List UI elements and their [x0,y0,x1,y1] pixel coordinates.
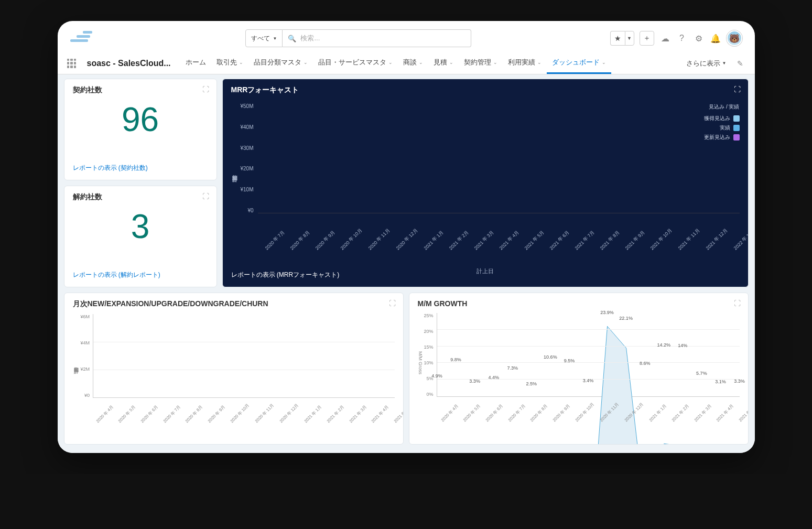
schema-icon[interactable]: ☁ [659,34,671,44]
app-launcher-icon[interactable] [66,58,78,69]
data-point-label: 22.1% [619,316,633,321]
chart-bars [258,103,740,213]
data-point-label: 10.6% [544,354,557,360]
x-axis-ticks: 2020 年 7月2020 年 8月2020 年 9月2020 年 10月202… [231,240,740,254]
expand-icon[interactable]: ⛶ [389,299,396,307]
bell-icon[interactable]: 🔔 [710,34,721,44]
metric-value: 96 [73,100,208,139]
card-mrr-forecast: MRRフォーキャスト ⛶ 見込み / 実績 獲得見込み実績更新見込み 契約金額 … [222,79,749,287]
help-icon[interactable]: ? [676,34,688,43]
card-mm-growth: M/M GROWTH ⛶ M/M Gross 25%20%15%10%5%0% … [409,293,749,445]
data-point-label: 9.8% [450,357,461,362]
data-point-label: 3.3% [734,379,745,384]
app-name[interactable]: soasc - SalesCloud... [87,59,171,68]
metric-value: 3 [73,207,208,246]
mrr-chart: 契約金額 合計 ¥50M¥40M¥30M¥20M¥10M¥0 [231,103,740,240]
data-point-label: 5.7% [696,371,707,376]
nav-item[interactable]: ホーム [180,52,211,74]
search-icon: 🔍 [288,35,296,42]
data-point-label: 4.9% [431,373,442,379]
chart-legend: 見込み / 実績 獲得見込み実績更新見込み [704,102,740,142]
search-scope-dropdown[interactable]: すべて▼ [245,29,283,47]
app-logo-icon [70,31,93,46]
y-axis-ticks: 25%20%15%10%5%0% [424,313,437,397]
chart-plot: 4.9%9.8%3.3%4.4%7.3%2.5%10.6%9.5%3.4%23.… [437,313,740,397]
favorite-dropdown-icon[interactable]: ▼ [625,31,634,46]
data-point-label: 3.4% [583,378,594,383]
search-input[interactable]: 🔍 検索... [283,29,471,47]
avatar[interactable]: 🐻 [727,30,742,46]
nav-item[interactable]: 契約管理⌄ [459,52,503,74]
dashboard: 契約社数 ⛶ 96 レポートの表示 (契約社数) MRRフォーキャスト ⛶ 見込… [58,74,755,453]
plus-icon[interactable]: ＋ [640,31,654,46]
edit-icon[interactable]: ✎ [734,59,746,68]
nav-item[interactable]: 品目分類マスタ⌄ [248,52,313,74]
nav-item[interactable]: 見積⌄ [428,52,459,74]
y-axis-label: 契約金額 合計 [231,171,241,172]
data-point-label: 2.5% [526,381,537,386]
expand-icon[interactable]: ⛶ [202,85,209,93]
data-point-label: 14% [678,343,687,348]
x-axis-ticks: 2020 年 4月2020 年 5月2020 年 6月2020 年 7月2020… [73,414,395,426]
nav-item[interactable]: 品目・サービスマスタ⌄ [313,52,398,74]
data-point-label: 3.3% [469,379,480,384]
growth-chart: M/M Gross 25%20%15%10%5%0% 4.9%9.8%3.3%4… [418,313,740,413]
nav-item[interactable]: ダッシュボード⌄ [547,52,611,74]
data-point-label: 14.2% [657,342,670,348]
navbar: soasc - SalesCloud... ホーム取引先⌄品目分類マスタ⌄品目・… [58,52,755,74]
chart-bars [93,314,394,398]
topbar: すべて▼ 🔍 検索... ★ ▼ ＋ ☁ ? ⚙ 🔔 🐻 [58,21,755,52]
y-axis-ticks: ¥50M¥40M¥30M¥20M¥10M¥0 [241,103,258,213]
report-link[interactable]: レポートの表示 (MRRフォーキャスト) [231,271,340,279]
card-title: M/M GROWTH [418,299,740,308]
card-contracts: 契約社数 ⛶ 96 レポートの表示 (契約社数) [64,79,217,180]
expand-icon[interactable]: ⛶ [202,192,209,200]
monthly-chart: 契約金額 合計 ¥6M¥4M¥2M¥0 [73,314,395,414]
nav-item[interactable]: 利用実績⌄ [503,52,547,74]
card-title: 契約社数 [73,85,208,95]
nav-more[interactable]: さらに表示▼ [682,59,731,68]
y-axis-label: M/M Gross [418,351,424,374]
card-title: MRRフォーキャスト [231,85,740,95]
data-point-label: 9.5% [564,358,575,363]
gear-icon[interactable]: ⚙ [693,34,705,44]
card-title: 解約社数 [73,192,208,202]
data-point-label: 4.4% [488,375,499,380]
data-point-label: 8.6% [640,361,651,366]
card-cancellations: 解約社数 ⛶ 3 レポートの表示 (解約レポート) [64,186,217,287]
data-point-label: 7.3% [507,365,518,371]
report-link[interactable]: レポートの表示 (解約レポート) [73,271,160,279]
favorite-icon[interactable]: ★ [610,31,625,46]
nav-item[interactable]: 商談⌄ [398,52,428,74]
top-action-icons: ★ ▼ ＋ ☁ ? ⚙ 🔔 🐻 [610,30,742,46]
card-monthly-changes: 月次NEW/EXPANSION/UPGRADE/DOWNGRADE/CHURN … [64,293,404,445]
report-link[interactable]: レポートの表示 (契約社数) [73,164,148,172]
app-window: すべて▼ 🔍 検索... ★ ▼ ＋ ☁ ? ⚙ 🔔 🐻 soasc - Sal… [58,21,755,453]
y-axis-label: 契約金額 合計 [73,363,81,365]
nav-item[interactable]: 取引先⌄ [211,52,248,74]
data-point-label: 23.9% [600,310,614,315]
global-search: すべて▼ 🔍 検索... [245,29,472,47]
data-point-label: 3.1% [715,379,726,384]
y-axis-ticks: ¥6M¥4M¥2M¥0 [81,314,93,398]
expand-icon[interactable]: ⛶ [734,85,741,93]
expand-icon[interactable]: ⛶ [734,299,741,307]
card-title: 月次NEW/EXPANSION/UPGRADE/DOWNGRADE/CHURN [73,299,395,309]
